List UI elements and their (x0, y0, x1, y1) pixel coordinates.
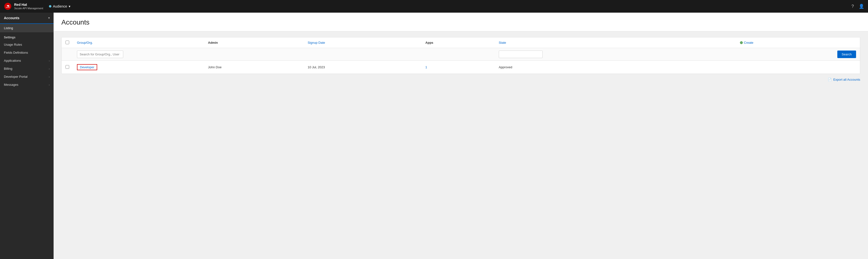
top-navigation: Red Hat 3scale API Management Audience ▾… (0, 0, 868, 13)
search-main-cell (73, 48, 495, 61)
help-icon[interactable]: ? (851, 4, 854, 9)
audience-chevron-icon: ▾ (69, 4, 70, 8)
page-header: Accounts (54, 13, 868, 31)
apps-count-link[interactable]: 1 (426, 65, 427, 69)
col-state[interactable]: State (495, 37, 736, 48)
row-admin: John Doe (204, 61, 304, 74)
export-icon: 📄 (828, 78, 832, 81)
col-admin: Admin (204, 37, 304, 48)
row-group-org: Developer (73, 61, 204, 74)
sidebar-settings-label: Settings (0, 32, 54, 41)
create-plus-icon: ⊕ (740, 40, 743, 45)
developer-portal-chevron-icon: › (49, 75, 50, 78)
sidebar-item-developer-portal[interactable]: Developer Portal › (0, 73, 54, 81)
page-body: Group/Org. Admin Signup Date Apps State … (54, 31, 868, 259)
select-all-header (62, 37, 73, 48)
search-input[interactable] (77, 50, 123, 58)
row-actions (736, 61, 860, 74)
col-signup-date[interactable]: Signup Date (304, 37, 421, 48)
select-all-checkbox[interactable] (65, 41, 69, 44)
state-search-input[interactable] (499, 50, 542, 58)
page-title: Accounts (61, 18, 860, 26)
sidebar-accounts-header[interactable]: Accounts ▾ (0, 13, 54, 24)
export-label: Export all Accounts (833, 78, 860, 81)
search-button[interactable]: Search (837, 50, 856, 58)
col-apps: Apps (422, 37, 495, 48)
brand-name: Red Hat (14, 3, 43, 7)
export-row: 📄 Export all Accounts (61, 74, 860, 81)
sidebar-accounts-label: Accounts (4, 16, 20, 20)
col-create: ⊕ Create (736, 37, 860, 48)
main-content: Accounts Group/Org. Admin Signup Date Ap… (54, 13, 868, 259)
search-button-cell: Search (736, 48, 860, 61)
audience-indicator-icon (49, 5, 52, 7)
search-checkbox-cell (62, 48, 73, 61)
messages-chevron-icon: › (49, 83, 50, 86)
row-apps: 1 (422, 61, 495, 74)
create-label: Create (744, 41, 753, 44)
row-checkbox[interactable] (65, 65, 69, 69)
sidebar-item-billing[interactable]: Billing › (0, 65, 54, 73)
sidebar-item-usage-rules[interactable]: Usage Rules (0, 41, 54, 48)
brand-subtitle: 3scale API Management (14, 7, 43, 10)
sidebar-item-listing[interactable]: Listing (0, 24, 54, 32)
accounts-chevron-icon: ▾ (48, 16, 50, 20)
applications-chevron-icon: › (49, 59, 50, 62)
search-state-cell (495, 48, 736, 61)
accounts-table: Group/Org. Admin Signup Date Apps State … (62, 37, 860, 74)
sidebar-item-messages[interactable]: Messages › (0, 81, 54, 89)
brand-logo: Red Hat 3scale API Management (4, 2, 43, 10)
user-icon[interactable]: 👤 (859, 4, 864, 9)
audience-label: Audience (53, 4, 67, 8)
row-checkbox-cell (62, 61, 73, 74)
developer-link[interactable]: Developer (77, 64, 97, 70)
row-signup-date: 10 Jul, 2023 (304, 61, 421, 74)
export-all-link[interactable]: 📄 Export all Accounts (828, 78, 860, 81)
row-state: Approved (495, 61, 736, 74)
audience-menu[interactable]: Audience ▾ (49, 4, 70, 8)
sidebar-item-fields-definitions[interactable]: Fields Definitions (0, 48, 54, 57)
accounts-table-card: Group/Org. Admin Signup Date Apps State … (61, 37, 860, 74)
sidebar: Accounts ▾ Listing Settings Usage Rules … (0, 13, 54, 259)
create-button[interactable]: ⊕ Create (740, 40, 753, 45)
billing-chevron-icon: › (49, 67, 50, 70)
sidebar-item-applications[interactable]: Applications › (0, 57, 54, 65)
redhat-logo-icon (4, 2, 12, 10)
col-group-org[interactable]: Group/Org. (73, 37, 204, 48)
table-row: Developer John Doe 10 Jul, 2023 1 Approv… (62, 61, 860, 74)
